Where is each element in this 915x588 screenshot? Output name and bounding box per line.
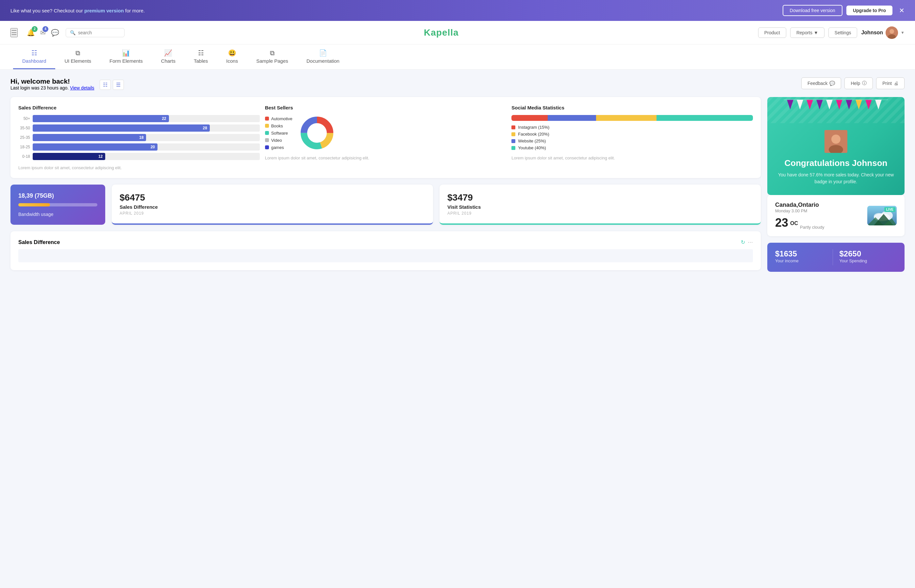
bar-row-25-35: 25-35 18 [18,134,260,141]
notification-wrap: 🔔 2 [26,27,36,38]
congrats-desc: You have done 57.6% more sales today. Ch… [775,171,897,185]
social-lorem: Lorem ipsum dolor sit amet, consectetur … [511,155,753,160]
tab-form-elements[interactable]: 📊 Form Elements [100,44,152,69]
list-view-btn[interactable]: ☰ [113,80,124,90]
hamburger-menu[interactable]: ☰ [10,28,18,37]
avatar [886,26,898,39]
icons-icon: 😃 [228,49,236,57]
bandwidth-progress [18,203,97,207]
download-free-btn[interactable]: Download free version [782,5,842,16]
messages-badge: 4 [42,26,48,32]
tab-documentation[interactable]: 📄 Documentation [297,44,349,69]
social-instagram: Instagram (15%) [511,125,753,130]
visit-sub: APRIL 2019 [447,211,753,216]
donut-chart [299,115,335,151]
bunting [767,97,905,116]
bar-row-35-50: 35-50 28 [18,124,260,132]
best-sellers-lorem: Lorem ipsum dolor sit amet, consectetur … [265,155,506,160]
svg-marker-9 [797,100,803,110]
grid-view-btn[interactable]: ☷ [100,80,111,90]
left-col: Sales Difference 50+ 22 35-50 28 [10,97,761,272]
search-icon: 🔍 [70,30,76,35]
feedback-btn[interactable]: Feedback 💬 [801,78,841,89]
banner-text: Like what you see? Checkout our premium … [10,8,145,13]
tab-icons[interactable]: 😃 Icons [217,44,247,69]
weather-time: Monday 3.00 PM [775,208,824,213]
sales-diff-actions: ↻ ⋯ [741,239,753,246]
social-website: Website (25%) [511,139,753,144]
chat-btn[interactable]: 💬 [50,27,60,38]
legend-books: Books [265,123,293,128]
upgrade-pro-btn[interactable]: Upgrade to Pro [846,6,892,15]
social-youtube: Youtube (40%) [511,145,753,150]
best-sellers-section: Best Sellers Automotive Books [265,105,506,170]
congrats-title: Congratulations Johnson [785,158,888,168]
user-name: Johnson [861,30,883,36]
logo: Kapella [130,27,753,38]
tab-sample-pages[interactable]: ⧉ Sample Pages [247,45,297,69]
svg-marker-14 [846,100,852,110]
spending-value: $2650 [839,249,897,258]
spending-label: Your Spending [839,258,897,263]
refresh-icon-btn[interactable]: ↻ [741,239,745,246]
weather-thumbnail: LIVE [867,206,897,225]
legend-software: Software [265,131,293,136]
reports-btn[interactable]: Reports ▼ [790,27,824,38]
banner-actions: Download free version Upgrade to Pro ✕ [782,5,905,16]
tab-dashboard[interactable]: ☷ Dashboard [13,44,55,69]
view-details-link[interactable]: View details [70,85,94,90]
social-media-section: Social Media Statistics Instagram (15%) [511,105,753,170]
help-btn[interactable]: Help ⓘ [844,78,873,89]
bunting-svg [784,100,888,116]
income-label: Your income [775,258,833,263]
weather-card: Canada,Ontario Monday 3.00 PM 23 OC Part… [767,195,905,236]
income-value: $1635 [775,249,833,258]
nav-tabs: ☷ Dashboard ⧉ UI Elements 📊 Form Element… [0,44,915,69]
social-bar-wrap: Instagram (15%) Facebook (20%) Website (… [511,115,753,150]
product-btn[interactable]: Product [758,27,786,38]
best-sellers-legend: Automotive Books Software [265,116,293,150]
search-input[interactable] [78,30,120,35]
welcome-title: Hi, welcome back! [10,78,94,85]
weather-desc: Partly cloudy [800,225,824,229]
sales-sub: APRIL 2019 [120,211,425,216]
tables-icon: ☷ [198,49,204,57]
income-card: $1635 Your income $2650 Your Spending [767,243,905,272]
print-icon: 🖨 [894,81,898,86]
legend-video: Video [265,138,293,143]
best-sellers-title: Best Sellers [265,105,506,110]
bottom-row: 18,39 (75GB) Bandwidth usage $6475 Sales… [10,184,761,225]
tab-charts[interactable]: 📈 Charts [152,44,184,69]
settings-btn[interactable]: Settings [828,27,857,38]
form-elements-icon: 📊 [122,49,130,57]
legend-games: games [265,145,293,150]
feedback-icon: 💬 [829,81,835,86]
weather-unit: OC [790,221,798,226]
sample-pages-icon: ⧉ [270,49,275,57]
social-combined-bar [511,115,753,121]
weather-temp: 23 [775,216,788,229]
dashboard-icon: ☷ [31,49,37,57]
header-nav: Product Reports ▼ Settings Johnson ▼ [758,26,905,39]
banner-close-btn[interactable]: ✕ [899,6,905,15]
top-banner: Like what you see? Checkout our premium … [0,0,915,21]
svg-marker-12 [826,100,833,110]
documentation-icon: 📄 [319,49,327,57]
messages-wrap: ✉ 4 [39,27,47,38]
tab-ui-elements[interactable]: ⧉ UI Elements [55,45,100,69]
print-btn[interactable]: Print 🖨 [876,78,905,89]
sales-diff-bottom-title: Sales Difference [18,239,60,246]
user-chevron-icon: ▼ [900,31,905,35]
visit-value: $3479 [447,192,753,203]
welcome-subtitle: Last login was 23 hours ago. View detail… [10,85,94,90]
tab-tables[interactable]: ☷ Tables [184,44,217,69]
visit-title: Visit Statistics [447,204,753,210]
sales-bar-chart: 50+ 22 35-50 28 25-35 [18,115,260,160]
ui-elements-icon: ⧉ [76,49,80,57]
header: ☰ 🔔 2 ✉ 4 💬 🔍 Kapella Product Reports ▼ … [0,21,915,44]
dashboard-content: Hi, welcome back! Last login was 23 hour… [0,69,915,279]
more-options-btn[interactable]: ⋯ [748,239,753,246]
user-info[interactable]: Johnson ▼ [861,26,905,39]
svg-marker-16 [865,100,872,110]
bandwidth-progress-fill [18,203,50,207]
